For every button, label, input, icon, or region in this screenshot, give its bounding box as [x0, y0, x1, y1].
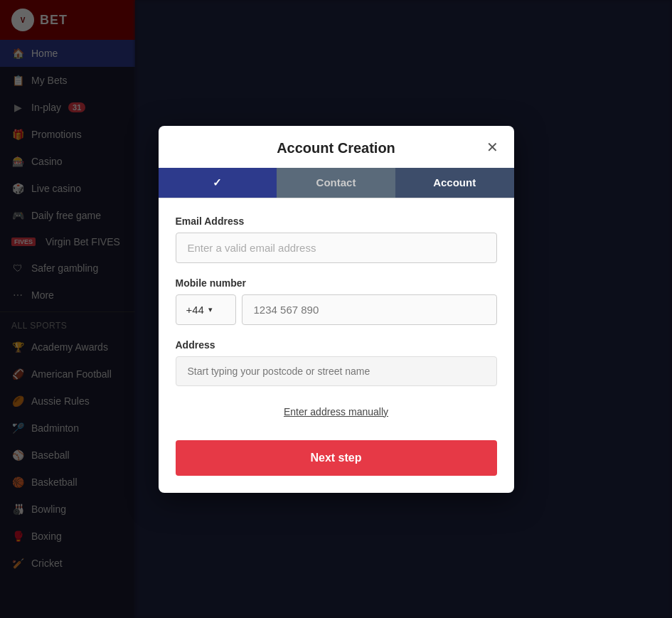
- modal-title: Account Creation: [277, 140, 395, 156]
- tab-step-check[interactable]: ✓: [159, 168, 277, 198]
- tab-account[interactable]: Account: [395, 168, 514, 198]
- phone-number-input[interactable]: [242, 294, 497, 325]
- address-label: Address: [176, 339, 497, 351]
- email-label: Email Address: [176, 215, 497, 227]
- tab-contact[interactable]: Contact: [277, 168, 395, 198]
- modal-footer: Next step: [159, 440, 514, 493]
- phone-prefix-value: +44: [186, 304, 204, 316]
- address-input[interactable]: [176, 356, 497, 386]
- phone-prefix-selector[interactable]: +44 ▾: [176, 294, 236, 325]
- next-step-button[interactable]: Next step: [176, 440, 497, 476]
- modal-form-body: Email Address Mobile number +44 ▾ Addres…: [159, 215, 514, 440]
- address-form-group: Address: [176, 339, 497, 386]
- modal-close-button[interactable]: ✕: [483, 137, 503, 157]
- modal-header: Account Creation ✕: [159, 126, 514, 168]
- email-input[interactable]: [176, 233, 497, 263]
- enter-address-manually-link[interactable]: Enter address manually: [176, 400, 497, 423]
- chevron-down-icon: ▾: [208, 305, 213, 314]
- mobile-label: Mobile number: [176, 277, 497, 289]
- step-tabs: ✓ Contact Account: [159, 168, 514, 198]
- mobile-form-group: Mobile number +44 ▾: [176, 277, 497, 325]
- email-form-group: Email Address: [176, 215, 497, 263]
- modal-overlay: Account Creation ✕ ✓ Contact Account Ema…: [0, 0, 672, 618]
- account-creation-modal: Account Creation ✕ ✓ Contact Account Ema…: [159, 126, 514, 493]
- phone-row: +44 ▾: [176, 294, 497, 325]
